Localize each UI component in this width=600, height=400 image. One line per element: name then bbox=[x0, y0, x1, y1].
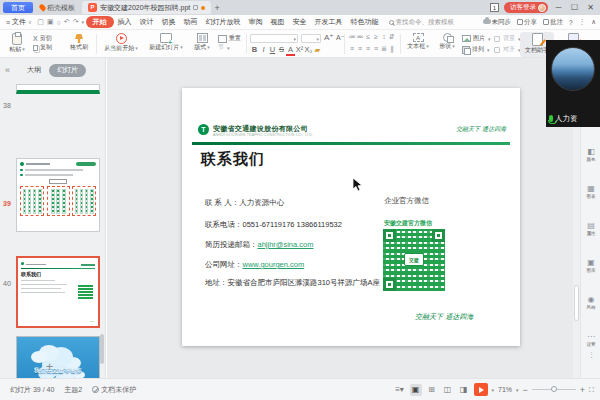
print-icon[interactable]: ▣ bbox=[47, 18, 54, 26]
add-slide-button[interactable]: + bbox=[46, 360, 53, 374]
arrange-button[interactable]: 排列 bbox=[462, 45, 491, 54]
ribbon-tab-transition[interactable]: 切换 bbox=[158, 17, 180, 27]
file-menu-button[interactable]: ≡ 文件 ∨ bbox=[0, 17, 36, 27]
ribbon-tab-insert[interactable]: 插入 bbox=[114, 17, 136, 27]
align-center-icon[interactable]: ≡ bbox=[356, 45, 364, 53]
guest-login-button[interactable]: 访客登录 bbox=[504, 2, 548, 13]
ribbon-tab-home[interactable]: 开始 bbox=[86, 16, 114, 28]
slides-tab[interactable]: 幻灯片 bbox=[49, 64, 86, 77]
email-link[interactable]: ahjjhr@sina.com bbox=[258, 240, 314, 249]
new-tab-button[interactable]: + bbox=[211, 3, 223, 13]
picture-button[interactable]: 图片 bbox=[462, 34, 491, 43]
columns-icon[interactable]: ∥ bbox=[388, 45, 396, 53]
strikethrough-button[interactable]: S bbox=[277, 45, 286, 56]
zoom-slider[interactable] bbox=[532, 389, 576, 391]
reading-view-button[interactable]: ◫ bbox=[442, 384, 454, 396]
zoom-in-button[interactable]: + bbox=[580, 385, 585, 395]
zoom-slider-thumb[interactable] bbox=[551, 386, 557, 392]
cut-button[interactable]: X剪切 bbox=[33, 34, 52, 43]
save-icon[interactable]: ▢ bbox=[37, 18, 44, 26]
italic-button[interactable]: I bbox=[259, 45, 268, 56]
justify-icon[interactable]: ≡ bbox=[372, 45, 380, 53]
panel-style-button[interactable]: ◉风格 bbox=[581, 295, 600, 310]
font-grow-button[interactable]: A⁺ bbox=[324, 33, 334, 42]
notes-button[interactable]: ≡▾ bbox=[394, 384, 406, 396]
align-left-icon[interactable]: ≡ bbox=[348, 45, 356, 53]
share-button[interactable]: 分享 bbox=[517, 18, 537, 27]
outline-tab[interactable]: 大纲 bbox=[27, 65, 41, 75]
thumbnail-slide-37-partial[interactable] bbox=[16, 84, 100, 94]
slideshow-play-button[interactable] bbox=[474, 383, 488, 396]
normal-view-button[interactable]: ▣ bbox=[410, 384, 422, 396]
tab-document[interactable]: P 安徽交建2020年校园招聘.ppt bbox=[82, 1, 211, 14]
collapse-panel-button[interactable]: « bbox=[0, 65, 15, 75]
address-row[interactable]: 地址：安徽省合肥市庐阳区濉溪路310号祥源广场A座 bbox=[205, 278, 380, 288]
more-menu-icon[interactable]: ⋮ bbox=[579, 18, 586, 26]
text-direction-icon[interactable]: ⇵ bbox=[388, 33, 396, 41]
paste-button[interactable]: 粘贴 bbox=[5, 33, 29, 54]
panel-settings-button[interactable]: ⋯设置 bbox=[581, 332, 600, 347]
line-spacing-icon[interactable]: ↕ bbox=[380, 33, 388, 41]
bullet-list-icon[interactable]: ≔ bbox=[348, 33, 356, 41]
maximize-button[interactable]: ☐ bbox=[569, 3, 580, 12]
new-slide-button[interactable]: 新建幻灯片 bbox=[146, 33, 186, 52]
highlight-button[interactable]: ▰ bbox=[313, 45, 322, 56]
quickbar-caret-icon[interactable]: ▾ bbox=[82, 19, 85, 25]
minimize-button[interactable]: ─ bbox=[553, 3, 564, 12]
resume-email-row[interactable]: 简历投递邮箱：ahjjhr@sina.com bbox=[205, 240, 313, 250]
tab-docer-templates[interactable]: 稻壳模板 bbox=[33, 2, 82, 13]
superscript-button[interactable]: X² bbox=[295, 45, 304, 56]
theme-label[interactable]: 主题2 bbox=[64, 385, 82, 395]
ribbon-tab-security[interactable]: 安全 bbox=[289, 17, 311, 27]
panel-chart-button[interactable]: ▦图表 bbox=[581, 184, 600, 199]
section-button[interactable]: 节 bbox=[218, 43, 241, 52]
align-right-icon[interactable]: ≡ bbox=[364, 45, 372, 53]
font-color-button[interactable]: A bbox=[286, 45, 295, 56]
ribbon-tab-view[interactable]: 视图 bbox=[267, 17, 289, 27]
contact-person-row[interactable]: 联 系 人：人力资源中心 bbox=[205, 198, 284, 208]
pin-tab-icon[interactable] bbox=[193, 5, 198, 10]
protection-status[interactable]: 文档未保护 bbox=[92, 385, 136, 395]
font-size-select[interactable] bbox=[301, 34, 321, 43]
outdent-icon[interactable]: ≤ bbox=[364, 33, 372, 41]
website-link[interactable]: www.gourgen.com bbox=[243, 260, 305, 269]
phone-row[interactable]: 联系电话：0551-67119176 13866119532 bbox=[205, 220, 342, 230]
sync-status-button[interactable]: 未同步 bbox=[483, 18, 512, 27]
zoom-level[interactable]: 71% bbox=[498, 386, 512, 393]
play-options-caret-icon[interactable]: ▾ bbox=[492, 387, 495, 393]
editing-canvas[interactable]: T 安徽省交通建设股份有限公司 ANHUI GOURGEN TRAFFIC CO… bbox=[107, 58, 573, 378]
ribbon-tab-devtools[interactable]: 开发工具 bbox=[311, 17, 347, 27]
zoom-caret-icon[interactable]: ▾ bbox=[516, 387, 519, 393]
help-button[interactable]: ? bbox=[569, 19, 573, 26]
ribbon-tab-design[interactable]: 设计 bbox=[136, 17, 158, 27]
panel-properties-button[interactable]: ▤属性 bbox=[581, 221, 600, 236]
panel-color-button[interactable]: ◧颜色 bbox=[581, 147, 600, 162]
play-from-current-button[interactable]: 从当前开始 bbox=[100, 33, 142, 53]
reset-button[interactable]: 重置 bbox=[218, 34, 241, 43]
thumbnail-slide-38[interactable] bbox=[16, 158, 100, 232]
fullscreen-icon[interactable]: ⛶ bbox=[589, 386, 594, 394]
layout-button[interactable]: 版式 bbox=[189, 33, 215, 52]
ribbon-tab-features[interactable]: 特色功能 bbox=[347, 17, 383, 27]
align-objects-button[interactable]: 对齐 bbox=[494, 45, 521, 54]
undo-icon[interactable]: ↶ bbox=[64, 18, 70, 26]
distribute-icon[interactable]: ≣ bbox=[380, 45, 388, 53]
website-row[interactable]: 公司网址：www.gourgen.com bbox=[205, 260, 304, 270]
bold-button[interactable]: B bbox=[250, 45, 259, 56]
preview-icon[interactable]: ○ bbox=[57, 19, 61, 26]
zoom-out-button[interactable]: − bbox=[523, 385, 528, 395]
subscript-button[interactable]: X₂ bbox=[304, 45, 313, 56]
canvas-scrollbar-thumb[interactable] bbox=[574, 285, 579, 321]
background-button[interactable]: 背景 bbox=[494, 34, 521, 43]
panel-more-handle[interactable]: ⋮ bbox=[588, 353, 595, 357]
shapes-button[interactable]: 形状 bbox=[436, 33, 458, 51]
master-view-button[interactable]: ◨ bbox=[458, 384, 470, 396]
thumbnail-slide-39-selected[interactable]: 联系我们 ~~ bbox=[16, 256, 100, 328]
sidebar-scrollbar-thumb[interactable] bbox=[100, 334, 104, 364]
textbox-button[interactable]: A 文本框 bbox=[404, 33, 432, 51]
video-call-overlay[interactable]: 人力资 bbox=[546, 40, 600, 127]
copy-button[interactable]: 复制 bbox=[33, 43, 52, 52]
ribbon-tab-animation[interactable]: 动画 bbox=[180, 17, 202, 27]
ribbon-tab-slideshow[interactable]: 幻灯片放映 bbox=[202, 17, 245, 27]
window-count-badge[interactable]: 1 bbox=[490, 3, 499, 12]
